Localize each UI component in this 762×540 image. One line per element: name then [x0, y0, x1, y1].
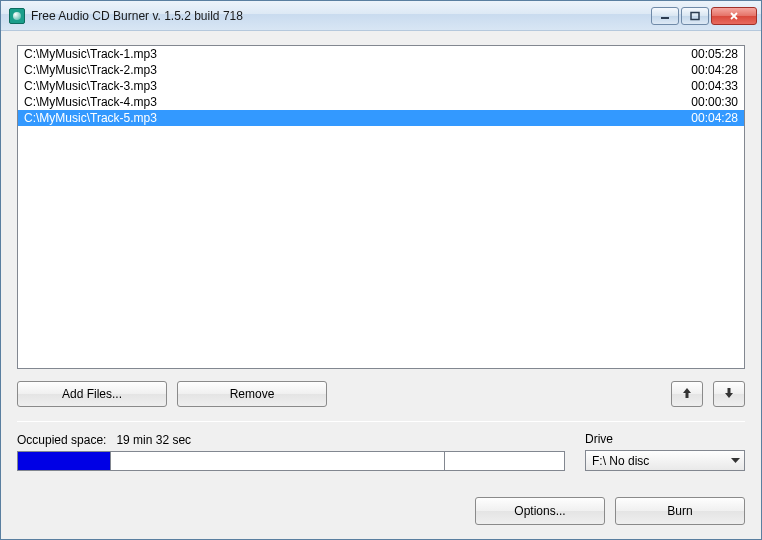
file-duration: 00:00:30	[668, 94, 738, 110]
chevron-down-icon	[731, 458, 740, 464]
file-path: C:\MyMusic\Track-1.mp3	[24, 46, 668, 62]
progress-tick	[444, 452, 445, 470]
minimize-button[interactable]	[651, 7, 679, 25]
occupied-value: 19 min 32 sec	[116, 433, 191, 447]
occupied-space-block: Occupied space: 19 min 32 sec	[17, 433, 565, 471]
title-bar[interactable]: Free Audio CD Burner v. 1.5.2 build 718	[1, 1, 761, 31]
occupied-progress	[17, 451, 565, 471]
file-path: C:\MyMusic\Track-2.mp3	[24, 62, 668, 78]
file-duration: 00:05:28	[668, 46, 738, 62]
file-duration: 00:04:33	[668, 78, 738, 94]
file-row[interactable]: C:\MyMusic\Track-2.mp300:04:28	[18, 62, 744, 78]
drive-value: F:\ No disc	[592, 454, 731, 468]
file-row[interactable]: C:\MyMusic\Track-1.mp300:05:28	[18, 46, 744, 62]
file-buttons-row: Add Files... Remove	[17, 381, 745, 407]
move-up-button[interactable]	[671, 381, 703, 407]
file-row[interactable]: C:\MyMusic\Track-3.mp300:04:33	[18, 78, 744, 94]
file-row[interactable]: C:\MyMusic\Track-5.mp300:04:28	[18, 110, 744, 126]
add-files-button[interactable]: Add Files...	[17, 381, 167, 407]
progress-fill	[18, 452, 111, 470]
remove-button[interactable]: Remove	[177, 381, 327, 407]
window-title: Free Audio CD Burner v. 1.5.2 build 718	[31, 9, 651, 23]
client-area: C:\MyMusic\Track-1.mp300:05:28C:\MyMusic…	[1, 31, 761, 539]
arrow-up-icon	[682, 387, 692, 402]
occupied-label: Occupied space:	[17, 433, 106, 447]
arrow-down-icon	[724, 387, 734, 402]
app-window: Free Audio CD Burner v. 1.5.2 build 718 …	[0, 0, 762, 540]
file-duration: 00:04:28	[668, 110, 738, 126]
file-list[interactable]: C:\MyMusic\Track-1.mp300:05:28C:\MyMusic…	[17, 45, 745, 369]
drive-block: Drive F:\ No disc	[585, 432, 745, 471]
file-path: C:\MyMusic\Track-5.mp3	[24, 110, 668, 126]
drive-select[interactable]: F:\ No disc	[585, 450, 745, 471]
file-path: C:\MyMusic\Track-3.mp3	[24, 78, 668, 94]
bottom-buttons-row: Options... Burn	[17, 497, 745, 525]
svg-rect-1	[691, 12, 699, 19]
window-controls	[651, 7, 757, 25]
app-icon	[9, 8, 25, 24]
close-button[interactable]	[711, 7, 757, 25]
maximize-button[interactable]	[681, 7, 709, 25]
file-row[interactable]: C:\MyMusic\Track-4.mp300:00:30	[18, 94, 744, 110]
file-path: C:\MyMusic\Track-4.mp3	[24, 94, 668, 110]
burn-button[interactable]: Burn	[615, 497, 745, 525]
file-duration: 00:04:28	[668, 62, 738, 78]
drive-label: Drive	[585, 432, 745, 446]
divider	[17, 421, 745, 422]
move-down-button[interactable]	[713, 381, 745, 407]
status-row: Occupied space: 19 min 32 sec Drive F:\ …	[17, 432, 745, 471]
options-button[interactable]: Options...	[475, 497, 605, 525]
